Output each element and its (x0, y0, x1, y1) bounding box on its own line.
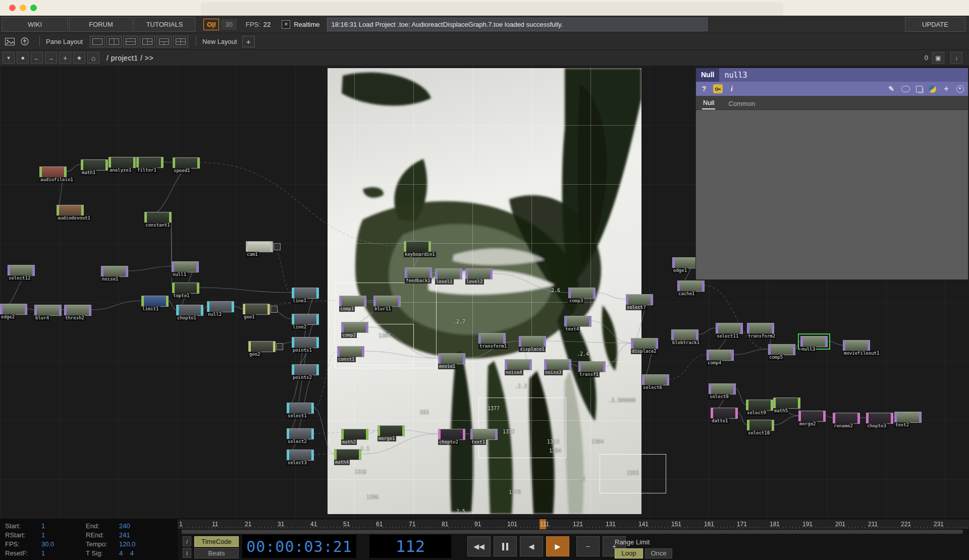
frame-mode-button[interactable]: / (183, 536, 191, 546)
node-cache1[interactable]: cache1 (677, 281, 705, 292)
add-parameter-icon[interactable]: + (942, 84, 950, 93)
node-select3[interactable]: select3 (287, 450, 314, 461)
collapse-pane-button[interactable]: ↓ (950, 52, 962, 64)
node-rename2[interactable]: rename2 (833, 413, 860, 424)
node-comp5[interactable]: comp5 (768, 344, 795, 355)
timeline-field-value[interactable]: 4 4 (119, 549, 180, 558)
node-movie1[interactable]: movie1 (438, 353, 465, 364)
node-select6[interactable]: select6 (642, 374, 669, 385)
info-icon[interactable]: i (728, 84, 736, 93)
node-level2[interactable]: level2 (465, 268, 493, 279)
play-reverse-button[interactable]: ◀ (520, 536, 543, 556)
node-chopto1[interactable]: chopto1 (176, 305, 203, 316)
timeline-scrollbar-handle[interactable] (182, 530, 963, 534)
node-text1[interactable]: text1 (470, 429, 498, 440)
beats-mode-button[interactable]: Beats (194, 548, 239, 558)
node-transform2[interactable]: transform2 (747, 323, 774, 334)
node-select8[interactable]: select8 (709, 383, 736, 395)
timeline-field-value[interactable]: 1 (41, 531, 86, 540)
node-blur11[interactable]: blur11 (373, 296, 401, 307)
node-line2[interactable]: line2 (292, 314, 319, 325)
layout-preset-quad[interactable] (173, 36, 188, 47)
node-displace1[interactable]: displace1 (519, 336, 546, 347)
add-operator-button[interactable]: + (59, 52, 71, 64)
target-icon[interactable] (956, 85, 964, 93)
node-thresh2[interactable]: thresh2 (64, 305, 91, 316)
node-level1[interactable]: level1 (435, 268, 462, 279)
node-edge2[interactable]: edge2 (0, 304, 27, 315)
layout-preset-three-right[interactable] (140, 36, 155, 47)
minimize-window-button[interactable] (20, 5, 26, 11)
node-chopto2[interactable]: chopto2 (438, 429, 465, 440)
node-math2[interactable]: math2 (341, 429, 368, 440)
window-titlebar[interactable] (0, 0, 969, 16)
key-icon[interactable] (713, 84, 723, 93)
tab-null[interactable]: Null (702, 97, 715, 109)
loop-button[interactable]: Loop (615, 548, 643, 558)
node-chopto3[interactable]: chopto3 (866, 413, 893, 424)
node-comp3[interactable]: comp3 (568, 288, 596, 299)
node-select12[interactable]: select12 (8, 265, 35, 276)
node-null3[interactable]: null3 (800, 336, 828, 347)
node-math5[interactable]: math5 (773, 398, 800, 409)
node-filter1[interactable]: filter1 (136, 157, 164, 168)
step-back-button[interactable]: − (576, 536, 600, 556)
bookmark-button[interactable]: ★ (73, 52, 85, 64)
node-comp1[interactable]: comp1 (339, 296, 366, 307)
layout-preset-three-bottom[interactable] (156, 36, 172, 47)
integer-mode-button[interactable]: I (183, 548, 191, 558)
pause-button[interactable] (494, 536, 517, 556)
play-button[interactable]: ▶ (546, 536, 569, 556)
node-limit1[interactable]: limit1 (141, 296, 169, 307)
tab-common[interactable]: Common (727, 98, 756, 109)
node-text2[interactable]: text2 (894, 412, 922, 423)
stop-button[interactable]: ■ (17, 52, 29, 64)
node-keyboardin1[interactable]: keyboardin1 (404, 241, 431, 252)
network-path-breadcrumb[interactable]: / project1 / >> (106, 54, 153, 62)
node-topto1[interactable]: topto1 (172, 283, 199, 294)
node-blur4[interactable]: blur4 (34, 305, 62, 316)
node-line1[interactable]: line1 (292, 288, 319, 299)
node-select2[interactable]: select2 (287, 428, 314, 439)
node-merge2[interactable]: merge2 (798, 411, 826, 422)
node-transform1[interactable]: transform1 (478, 333, 506, 344)
node-analyze1[interactable]: analyze1 (109, 157, 136, 168)
operator-name-field[interactable]: null3 (724, 71, 747, 80)
node-comp2[interactable]: comp2 (341, 322, 368, 333)
timeline-field-value[interactable]: 30.0 (41, 540, 86, 549)
maximize-pane-button[interactable]: ▣ (932, 52, 944, 64)
pane-menu-dropdown[interactable]: ▼ (3, 52, 15, 64)
share-upload-icon[interactable] (18, 35, 31, 47)
timecode-mode-button[interactable]: TimeCode (194, 536, 239, 547)
layout-preset-hsplit[interactable] (123, 36, 138, 47)
node-select10[interactable]: select10 (747, 420, 774, 431)
nav-back-button[interactable]: ← (31, 52, 43, 64)
update-button[interactable]: UPDATE (905, 17, 965, 32)
realtime-checkbox[interactable]: × (282, 20, 290, 29)
node-points1[interactable]: points1 (292, 337, 319, 348)
rewind-button[interactable]: ◀◀ (467, 536, 491, 556)
node-points2[interactable]: points2 (292, 364, 319, 375)
home-button[interactable]: ⌂ (87, 52, 99, 64)
zoom-window-button[interactable] (30, 5, 37, 11)
realtime-toggle[interactable]: × Realtime (282, 20, 319, 29)
node-feedback1[interactable]: feedback1 (405, 267, 432, 278)
node-noise1[interactable]: noise1 (101, 266, 128, 277)
node-constant1[interactable]: constant1 (144, 212, 172, 223)
timeline-field-value[interactable]: 1 (41, 549, 86, 558)
node-merge1[interactable]: merge1 (378, 425, 405, 436)
parameter-panel-header[interactable]: Null null3 (696, 68, 968, 82)
timeline-field-value[interactable]: 241 (119, 531, 180, 540)
node-comp4[interactable]: comp4 (707, 350, 734, 361)
node-audiofilein1[interactable]: audiofilein1 (39, 166, 67, 178)
node-transf1[interactable]: transf1 (578, 361, 606, 372)
node-geo2[interactable]: geo2 (248, 341, 276, 352)
node-moviefileout1[interactable]: moviefileout1 (843, 340, 870, 351)
node-select11[interactable]: select11 (716, 323, 743, 334)
node-cam1[interactable]: cam1 (246, 241, 273, 252)
midi-oi-toggle[interactable]: O|I (203, 19, 219, 30)
node-null1[interactable]: null1 (172, 261, 199, 272)
node-audiodevout1[interactable]: audiodevout1 (57, 205, 84, 216)
python-icon[interactable] (929, 85, 936, 93)
node-noise3[interactable]: noise3 (544, 359, 571, 370)
